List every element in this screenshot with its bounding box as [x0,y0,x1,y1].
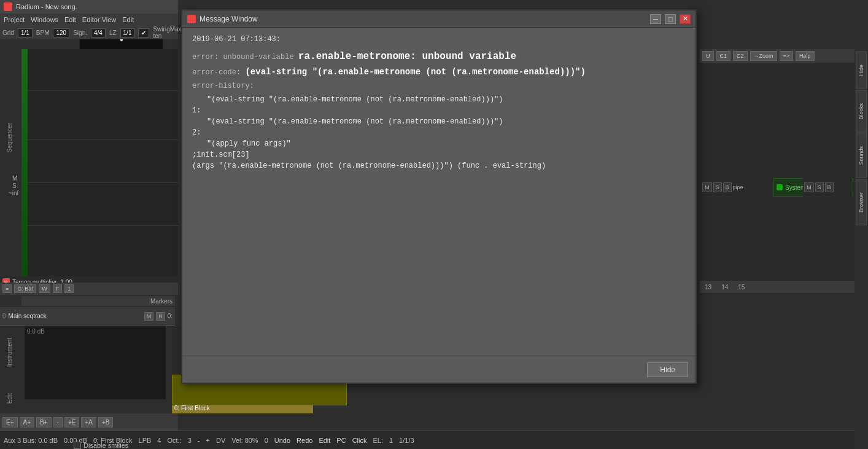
vtab-browser[interactable]: Browser [856,179,867,225]
undo-btn[interactable]: Undo [274,437,290,444]
track-color-bar [21,49,28,289]
btn-b-plus[interactable]: B+ [36,417,52,428]
btn-a-plus[interactable]: A+ [20,417,35,428]
vtab-hide[interactable]: Hide [856,52,867,89]
pipe-label: pipe [733,184,743,190]
menu-project[interactable]: Project [4,16,25,23]
menu-editor-view[interactable]: Editor View [82,16,116,23]
rh-btn-help[interactable]: Help [796,51,815,61]
pc-btn[interactable]: PC [336,437,346,444]
seq-btn-eq[interactable]: = [2,284,12,293]
redo-btn[interactable]: Redo [296,437,312,444]
msg-minimize-btn[interactable]: ─ [650,14,661,24]
sign-label: Sign. [73,29,87,36]
timeline-num-15: 15 [733,284,750,291]
btn-e-plus[interactable]: E+ [2,417,18,428]
hide-button[interactable]: Hide [647,362,688,377]
track-btn-h[interactable]: H [156,312,165,321]
bpm-value[interactable]: 120 [53,28,69,37]
btn-minus[interactable]: - [53,417,63,428]
message-window: Message Window ─ □ ✕ 2019-06-21 07:13:43… [181,9,697,384]
vel-status: Vel: 80% [231,437,258,444]
btn-plus-a[interactable]: +A [81,417,96,428]
instrument-side-label: Instrument [6,338,13,367]
daw-menubar: Project Windows Edit Editor View Edit [0,14,178,26]
timeline-area: 13 14 15 [700,281,868,293]
disable-smilies-area: Disable smilies [74,442,128,449]
vtab-sounds[interactable]: Sounds [856,133,867,178]
seq-btn-1[interactable]: 1 [64,284,74,293]
daw-toolbar: Grid 1/1 BPM 120 Sign. 4/4 LZ 1/1 ✔ Swin… [0,26,178,39]
el-label-status: EL: [373,437,383,444]
msg-args-line: (args "(ra.enable-metronome (not (ra.met… [192,162,686,170]
lz-label: LZ [109,29,117,36]
grid-line-4 [21,225,178,226]
track-header: 0 Main seqtrack M H 0: [0,307,175,326]
sign-value[interactable]: 4/4 [91,28,106,37]
vtab-blocks[interactable]: Blocks [856,90,867,133]
msg-history-entry-1: "(eval-string "(ra.enable-metronome (not… [207,95,686,104]
msb-area-left: M S B pipe [700,178,773,197]
edit-btn-status[interactable]: Edit [319,437,330,444]
swing-label: SwingMax ten [153,26,181,39]
lz-value[interactable]: 1/1 [120,28,135,37]
menu-edit[interactable]: Edit [64,16,76,23]
rh-btn-u[interactable]: U [702,51,714,61]
msg-error-code-label: error-code: [192,68,241,77]
msg-init-line: ;init.scm[23] [192,150,686,159]
lpb-value-status: 4 [157,437,161,444]
track-extra: 0: [168,313,172,319]
msg-error-code-value: (eval-string "(ra.enable-metronome (not … [245,67,586,77]
msg-timestamp: 2019-06-21 07:13:43: [192,35,686,44]
grid-value[interactable]: 1/1 [18,28,33,37]
plus-btn-status[interactable]: + [206,437,210,444]
minus-btn-status[interactable]: - [198,437,200,444]
el-value-status: 1 [389,437,393,444]
msg-close-btn[interactable]: ✕ [680,14,691,24]
disable-smilies-label: Disable smilies [83,442,128,449]
rh-btn-c1[interactable]: C1 [716,51,731,61]
first-block-text: 0: First Block [174,405,210,412]
inf-label: ~inf [9,190,18,197]
msb-btn-b[interactable]: S [713,182,722,192]
msg-maximize-btn[interactable]: □ [665,14,676,24]
click-btn[interactable]: Click [352,437,367,444]
bus-status: Aux 3 Bus: 0.0 dB [4,437,58,444]
daw-titlebar: Radium - New song. [0,0,178,14]
rh-btn-c2[interactable]: C2 [733,51,748,61]
radium-icon [4,2,12,11]
msb-btn-b2[interactable]: B [825,182,834,192]
seq-btn-gbar[interactable]: G: Bar [14,284,36,293]
position-status: 1/1/3 [399,437,414,444]
timeline-num-14: 14 [716,284,733,291]
menu-windows[interactable]: Windows [31,16,58,23]
msb-btn-m2[interactable]: M [804,182,814,192]
oct-label-status: Oct.: [167,437,181,444]
msb-area-right: M S B [803,178,852,197]
markers-text: Markers [150,298,172,305]
disable-smilies-checkbox[interactable] [74,442,81,449]
track-btn-m[interactable]: M [144,312,154,321]
sequencer-side-label: Sequencer [6,123,13,152]
msg-history-entry-2: "(eval-string "(ra.enable-metronome (not… [207,117,686,126]
menu-edit2[interactable]: Edit [122,16,134,23]
rh-btn-arrow[interactable]: => [780,51,794,61]
seq-btn-w[interactable]: W [39,284,50,293]
instrument-db: 0.0 dB [25,326,166,337]
right-panel: U C1 C2 →Zoom => Help M S B pipe System … [700,49,854,295]
rh-btn-zoom[interactable]: →Zoom [750,51,777,61]
msb-btn-m[interactable]: B [723,182,732,192]
seq-btn-f[interactable]: F [53,284,63,293]
btn-plus-b[interactable]: +B [98,417,114,428]
msg-error-line: error: unbound-variable ra.enable-metron… [192,51,686,62]
track-name: Main seqtrack [9,313,142,319]
bottom-toolbar: E+ A+ B+ - +E +A +B [0,413,178,431]
msb-btn-s[interactable]: M [702,182,712,192]
msb-btn-s2[interactable]: S [815,182,824,192]
msg-number-1: 1: [192,106,686,115]
checkmark[interactable]: ✔ [138,28,149,37]
dv-status: DV [216,437,225,444]
msg-apply-line: "(apply func args)" [207,139,686,148]
track-number: 0 [2,313,6,319]
btn-plus-e[interactable]: +E [64,417,80,428]
